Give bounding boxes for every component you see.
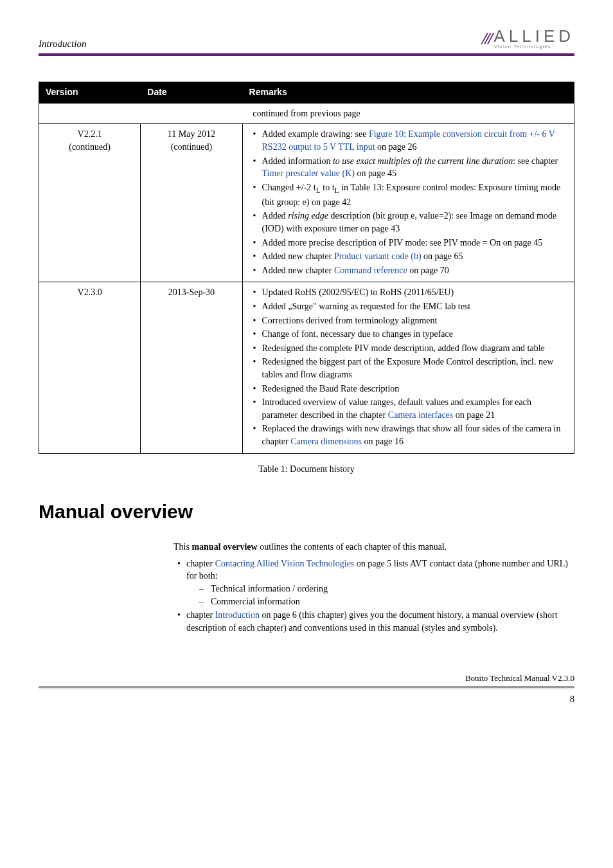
cross-ref-link[interactable]: Command reference	[334, 266, 407, 275]
remark-item: Redesigned the complete PIV mode descrip…	[249, 342, 567, 355]
remark-item: Changed +/-2 tL to tL in Table 13: Expos…	[249, 181, 567, 209]
cross-ref-link[interactable]: Contacting Allied Vision Technologies	[215, 559, 355, 568]
col-header-version: Version	[39, 82, 141, 104]
footer-doc-title: Bonito Technical Manual V2.3.0	[465, 673, 574, 684]
manual-overview-body: This manual overview outlines the conten…	[173, 541, 574, 634]
continued-row: continued from previous page	[39, 103, 574, 124]
footer: Bonito Technical Manual V2.3.0	[39, 673, 574, 684]
remark-item: Replaced the drawings with new drawings …	[249, 422, 567, 448]
continued-text: continued from previous page	[39, 103, 574, 124]
remark-item: Redesigned the biggest part of the Expos…	[249, 356, 567, 381]
overview-intro: This manual overview outlines the conten…	[173, 541, 574, 554]
overview-subitem: Commercial information	[199, 595, 574, 608]
table-row: V2.3.02013-Sep-30Updated RoHS (2002/95/E…	[39, 282, 574, 453]
col-header-date: Date	[141, 82, 242, 104]
overview-item: chapter Contacting Allied Vision Technol…	[173, 557, 574, 608]
logo-main-text: ALLIED	[493, 28, 574, 44]
cross-ref-link[interactable]: Product variant code (b)	[334, 251, 422, 261]
cell-remarks: Updated RoHS (2002/95/EC) to RoHS (2011/…	[242, 282, 574, 453]
page-header: Introduction /// ALLIED Vision Technolog…	[39, 26, 574, 56]
remark-item: Added „Surge" warning as requested for t…	[249, 300, 567, 313]
brand-logo: /// ALLIED Vision Technologies	[482, 26, 574, 51]
logo-slashes-icon: ///	[482, 26, 491, 51]
remark-item: Redesigned the Baud Rate description	[249, 383, 567, 395]
logo-sub-text: Vision Technologies	[493, 44, 574, 50]
remark-item: Added new chapter Product variant code (…	[249, 250, 567, 263]
remark-item: Added example drawing: see Figure 10: Ex…	[249, 128, 567, 153]
header-section-title: Introduction	[39, 37, 86, 51]
remark-item: Added rising edge description (bit group…	[249, 210, 567, 235]
col-header-remarks: Remarks	[242, 82, 574, 104]
remark-item: Change of font, necessary due to changes…	[249, 328, 567, 341]
remark-item: Introduced overview of value ranges, def…	[249, 396, 567, 421]
table-row: V2.2.1(continued)11 May 2012(continued)A…	[39, 124, 574, 282]
cross-ref-link[interactable]: Camera dimensions	[290, 437, 362, 446]
remark-item: Added information to use exact multiples…	[249, 155, 567, 180]
manual-overview-heading: Manual overview	[39, 498, 574, 525]
cross-ref-link[interactable]: Camera interfaces	[388, 410, 453, 420]
cell-date: 2013-Sep-30	[141, 282, 242, 453]
table-caption: Table 1: Document history	[39, 463, 574, 476]
cell-date: 11 May 2012(continued)	[141, 124, 242, 282]
remark-item: Added more precise description of PIV mo…	[249, 237, 567, 249]
cell-version: V2.2.1(continued)	[39, 124, 141, 282]
cross-ref-link[interactable]: Introduction	[215, 610, 260, 620]
cross-ref-link[interactable]: Figure 10: Example conversion circuit fr…	[262, 129, 555, 152]
cross-ref-link[interactable]: Timer prescaler value (K)	[262, 168, 355, 178]
remark-item: Added new chapter Command reference on p…	[249, 264, 567, 277]
cell-version: V2.3.0	[39, 282, 141, 453]
document-history-table: Version Date Remarks continued from prev…	[39, 82, 574, 453]
overview-subitem: Technical information / ordering	[199, 583, 574, 595]
cell-remarks: Added example drawing: see Figure 10: Ex…	[242, 124, 574, 282]
page-number: 8	[39, 693, 574, 706]
remark-item: Updated RoHS (2002/95/EC) to RoHS (2011/…	[249, 286, 567, 299]
overview-item: chapter Introduction on page 6 (this cha…	[173, 609, 574, 634]
remark-item: Corrections derived from terminology ali…	[249, 314, 567, 327]
